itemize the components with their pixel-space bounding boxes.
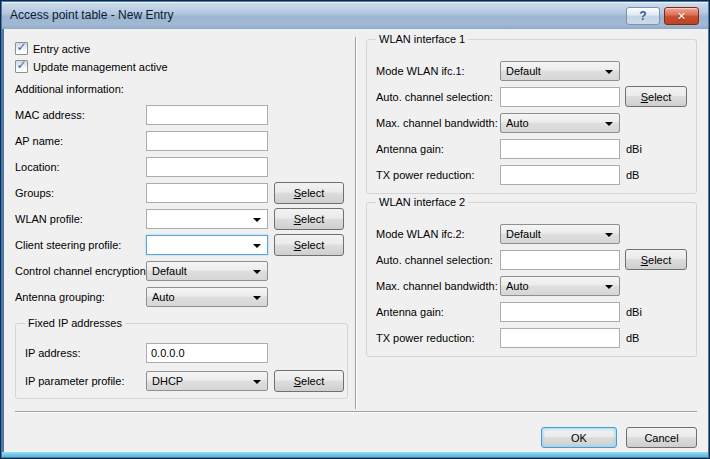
- wlan1-auto-channel-select-button[interactable]: Select: [625, 86, 687, 107]
- wlan1-auto-channel-input[interactable]: [500, 87, 620, 107]
- select-button-label: Select: [294, 213, 325, 225]
- cancel-button-label: Cancel: [644, 432, 678, 444]
- wlan2-mode-label: Mode WLAN ifc.2:: [376, 224, 465, 244]
- wlan2-auto-channel-select-button[interactable]: Select: [625, 249, 687, 270]
- dialog-body: ✓ Entry active ✓ Update management activ…: [4, 29, 708, 454]
- close-icon: ✕: [677, 10, 686, 23]
- wlan1-auto-channel-label: Auto. channel selection:: [376, 87, 493, 107]
- wlan2-tx-power-input[interactable]: [500, 328, 620, 348]
- wlan1-tx-power-unit: dB: [626, 165, 639, 185]
- select-button-label: Select: [641, 91, 672, 103]
- ip-parameter-profile-label: IP parameter profile:: [25, 371, 124, 391]
- ip-parameter-profile-select[interactable]: DHCP: [146, 371, 268, 391]
- chevron-down-icon: [253, 380, 261, 384]
- wlan1-antenna-gain-unit: dBi: [626, 139, 642, 159]
- location-label: Location:: [15, 157, 60, 177]
- ip-address-label: IP address:: [25, 343, 80, 363]
- ok-button[interactable]: OK: [541, 427, 617, 448]
- wlan2-antenna-gain-unit: dBi: [626, 302, 642, 322]
- chevron-down-icon: [253, 296, 261, 300]
- mac-address-label: MAC address:: [15, 105, 85, 125]
- footer-divider: [15, 411, 697, 413]
- client-steering-profile-label: Client steering profile:: [15, 235, 121, 255]
- wlan-profile-select[interactable]: [146, 209, 268, 229]
- dialog-title: Access point table - New Entry: [10, 2, 173, 29]
- control-channel-encryption-select[interactable]: Default: [146, 261, 268, 281]
- control-channel-encryption-label: Control channel encryption:: [15, 261, 149, 281]
- ap-name-input[interactable]: [146, 131, 268, 151]
- antenna-grouping-value: Auto: [152, 291, 175, 303]
- update-management-checkbox[interactable]: ✓: [15, 60, 28, 73]
- wlan1-tx-power-input[interactable]: [500, 165, 620, 185]
- wlan2-tx-power-unit: dB: [626, 328, 639, 348]
- additional-information-label: Additional information:: [15, 79, 124, 99]
- wlan-profile-label: WLAN profile:: [15, 209, 83, 229]
- wlan2-tx-power-label: TX power reduction:: [376, 328, 474, 348]
- help-button[interactable]: ?: [626, 7, 660, 25]
- chevron-down-icon: [605, 122, 613, 126]
- wlan2-auto-channel-label: Auto. channel selection:: [376, 250, 493, 270]
- groups-label: Groups:: [15, 183, 54, 203]
- antenna-grouping-select[interactable]: Auto: [146, 287, 268, 307]
- client-steering-select-button[interactable]: Select: [274, 234, 344, 256]
- entry-active-checkbox[interactable]: ✓: [15, 42, 28, 55]
- wlan2-mode-value: Default: [506, 228, 541, 240]
- groups-input[interactable]: [146, 183, 268, 203]
- wlan1-antenna-gain-label: Antenna gain:: [376, 139, 444, 159]
- wlan2-max-bandwidth-label: Max. channel bandwidth:: [376, 276, 498, 296]
- check-icon: ✓: [16, 42, 26, 53]
- check-icon: ✓: [16, 60, 26, 71]
- wlan1-mode-label: Mode WLAN ifc.1:: [376, 61, 465, 81]
- dialog-window: Access point table - New Entry ? ✕ ✓ Ent…: [0, 0, 710, 459]
- wlan2-mode-select[interactable]: Default: [500, 224, 620, 244]
- chevron-down-icon: [253, 244, 261, 248]
- help-icon: ?: [639, 9, 646, 23]
- fixed-ip-group-title: Fixed IP addresses: [25, 316, 125, 330]
- ip-address-input[interactable]: [146, 343, 268, 363]
- mac-address-input[interactable]: [146, 105, 268, 125]
- ok-button-label: OK: [571, 432, 587, 444]
- groups-select-button[interactable]: Select: [274, 182, 344, 204]
- entry-active-label: Entry active: [33, 39, 90, 59]
- wlan1-max-bandwidth-label: Max. channel bandwidth:: [376, 113, 498, 133]
- column-divider: [355, 37, 357, 409]
- ip-parameter-profile-select-button[interactable]: Select: [274, 370, 344, 392]
- wlan1-group-title: WLAN interface 1: [376, 32, 468, 46]
- wlan2-group-title: WLAN interface 2: [376, 195, 468, 209]
- titlebar[interactable]: Access point table - New Entry ? ✕: [2, 2, 708, 29]
- wlan1-max-bandwidth-value: Auto: [506, 117, 529, 129]
- ip-parameter-profile-value: DHCP: [152, 375, 183, 387]
- select-button-label: Select: [641, 254, 672, 266]
- wlan2-auto-channel-input[interactable]: [500, 250, 620, 270]
- wlan-profile-select-button[interactable]: Select: [274, 208, 344, 230]
- update-management-label: Update management active: [33, 57, 168, 77]
- wlan2-max-bandwidth-value: Auto: [506, 280, 529, 292]
- wlan2-antenna-gain-input[interactable]: [500, 302, 620, 322]
- close-button[interactable]: ✕: [664, 7, 699, 25]
- chevron-down-icon: [253, 270, 261, 274]
- select-button-label: Select: [294, 375, 325, 387]
- location-input[interactable]: [146, 157, 268, 177]
- wlan1-antenna-gain-input[interactable]: [500, 139, 620, 159]
- chevron-down-icon: [253, 218, 261, 222]
- wlan1-mode-select[interactable]: Default: [500, 61, 620, 81]
- control-channel-encryption-value: Default: [152, 265, 187, 277]
- wlan1-mode-value: Default: [506, 65, 541, 77]
- select-button-label: Select: [294, 239, 325, 251]
- ap-name-label: AP name:: [15, 131, 63, 151]
- chevron-down-icon: [605, 285, 613, 289]
- wlan2-max-bandwidth-select[interactable]: Auto: [500, 276, 620, 296]
- chevron-down-icon: [605, 70, 613, 74]
- chevron-down-icon: [605, 233, 613, 237]
- cancel-button[interactable]: Cancel: [626, 427, 697, 448]
- client-steering-profile-select[interactable]: [146, 235, 268, 255]
- wlan1-max-bandwidth-select[interactable]: Auto: [500, 113, 620, 133]
- wlan2-antenna-gain-label: Antenna gain:: [376, 302, 444, 322]
- wlan1-tx-power-label: TX power reduction:: [376, 165, 474, 185]
- select-button-label: Select: [294, 187, 325, 199]
- antenna-grouping-label: Antenna grouping:: [15, 287, 105, 307]
- window-bottom-accent: [2, 452, 708, 457]
